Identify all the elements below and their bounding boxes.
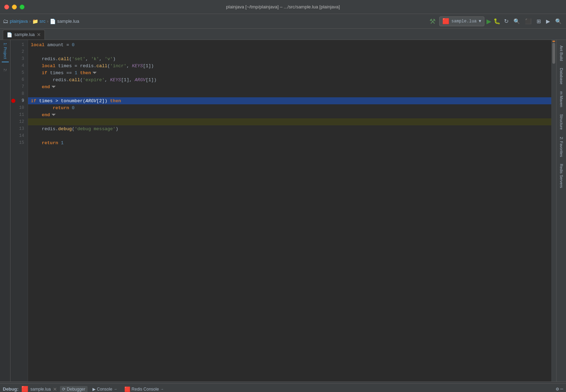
line-num-11: 11 <box>11 111 28 118</box>
sidebar-tab-structure[interactable]: Structure <box>558 111 565 133</box>
debug-label: Debug: <box>3 386 19 392</box>
breadcrumb-src[interactable]: src <box>40 19 46 24</box>
code-line-13: redis.debug('debug message') <box>28 125 551 132</box>
code-line-11: end <box>28 111 551 118</box>
redis-console-tab[interactable]: 🟥 Redis Console → <box>122 386 166 392</box>
main-layout: 1: Project 2: 1 2 3 4 5 6 7 8 9 10 11 <box>0 40 566 382</box>
debug-settings-icon[interactable]: ⚙ <box>556 386 559 392</box>
debugger-tab[interactable]: ⟳ Debugger <box>60 386 88 392</box>
editor-scrollbar[interactable] <box>551 40 556 382</box>
reload-button[interactable]: ↻ <box>503 17 510 25</box>
traffic-lights <box>4 5 25 9</box>
line-num-2: 2 <box>11 48 28 55</box>
debug-panel: Debug: 🟥 sample.lua ✕ ⟳ Debugger ▶ Conso… <box>0 384 566 392</box>
code-line-12 <box>28 118 551 125</box>
console-tab-arrow: → <box>114 387 117 391</box>
code-line-4: local times = redis.call('incr', KEYS[1]… <box>28 62 551 69</box>
code-content[interactable]: local amount = 0 redis.call('set', 'k', … <box>28 40 551 382</box>
scrollbar-error-marker <box>552 41 555 42</box>
run-config-arrow-icon: ▼ <box>479 19 481 24</box>
line-num-6: 6 <box>11 76 28 83</box>
coverage-button[interactable]: 🔍 <box>512 18 522 25</box>
back-button[interactable]: ⚒ <box>428 16 437 26</box>
line-num-12: 12 <box>11 118 28 125</box>
debug-minimize-icon[interactable]: — <box>560 386 563 392</box>
line-num-8: 8 <box>11 90 28 97</box>
line-num-14: 14 <box>11 132 28 139</box>
line-numbers: 1 2 3 4 5 6 7 8 9 10 11 12 13 14 15 <box>11 40 28 382</box>
code-line-2 <box>28 48 551 55</box>
console-tab-label: Console <box>97 387 112 392</box>
breadcrumb-project[interactable]: plainjava <box>10 19 28 24</box>
window-title: plainjava [~/tmp/plainjava] – .../src/sa… <box>226 4 340 9</box>
run-button[interactable]: ▶ <box>486 18 491 25</box>
editor-container: 1 2 3 4 5 6 7 8 9 10 11 12 13 14 15 <box>11 40 566 382</box>
run-config-selector[interactable]: 🟥 sample.lua ▼ <box>439 16 484 26</box>
code-line-7: end <box>28 83 551 90</box>
left-panel: 1: Project 2: <box>0 40 11 382</box>
build-button[interactable]: ▶ <box>545 18 552 25</box>
search-button[interactable]: 🔍 <box>554 18 563 25</box>
project-panel-tab[interactable]: 1: Project <box>2 41 9 60</box>
line-num-9: 9 <box>11 97 28 104</box>
breadcrumb-file: sample.lua <box>57 19 79 24</box>
tab-bar: 📄 sample.lua ✕ <box>0 29 566 40</box>
split-button[interactable]: ⊞ <box>535 18 543 25</box>
tab-sample-lua[interactable]: 📄 sample.lua ✕ <box>3 30 45 40</box>
code-line-15: return 1 <box>28 139 551 146</box>
structure-panel-tab[interactable]: 2: <box>2 67 9 73</box>
console-tab[interactable]: ▶ Console → <box>90 386 119 392</box>
redis-console-tab-label: Redis Console <box>132 387 159 392</box>
debug-button[interactable]: 🐛 <box>493 18 501 24</box>
minimize-button[interactable] <box>12 5 17 9</box>
code-line-8 <box>28 90 551 97</box>
debugger-tab-icon: ⟳ <box>62 387 65 392</box>
debug-session: 🟥 sample.lua ✕ <box>21 386 57 392</box>
sidebar-tab-redis[interactable]: Redis Servers <box>558 161 565 191</box>
debug-tabs-right: ⚙ — <box>556 386 563 392</box>
debug-session-name: sample.lua <box>30 387 51 392</box>
line-num-10: 10 <box>11 104 28 111</box>
run-config-label: sample.lua <box>451 19 477 24</box>
line-num-15: 15 <box>11 139 28 146</box>
line-num-1: 1 <box>11 41 28 48</box>
code-line-5: if times == 1 then <box>28 69 551 76</box>
tab-close-icon[interactable]: ✕ <box>37 32 41 37</box>
debug-header: Debug: 🟥 sample.lua ✕ ⟳ Debugger ▶ Conso… <box>0 384 566 392</box>
code-line-9: if times > tonumber(ARGV[2]) then <box>28 97 551 104</box>
main-toolbar: 🗂 plainjava › 📁 src › 📄 sample.lua ⚒ 🟥 s… <box>0 14 566 29</box>
breadcrumb: 🗂 plainjava › 📁 src › 📄 sample.lua <box>3 18 79 24</box>
breakpoint-dot <box>11 99 15 103</box>
line-num-4: 4 <box>11 62 28 69</box>
line-num-13: 13 <box>11 125 28 132</box>
debugger-tab-label: Debugger <box>67 387 85 392</box>
code-line-14 <box>28 132 551 139</box>
sidebar-tab-database[interactable]: Database <box>558 65 565 87</box>
code-line-10: return 0 <box>28 104 551 111</box>
debug-session-close-button[interactable]: ✕ <box>53 386 57 392</box>
code-editor[interactable]: 1 2 3 4 5 6 7 8 9 10 11 12 13 14 15 <box>11 40 556 382</box>
right-sidebar: Ant Build Database m Maven Structure 2: … <box>556 40 566 382</box>
line-num-7: 7 <box>11 83 28 90</box>
maximize-button[interactable] <box>20 5 25 9</box>
line-num-5: 5 <box>11 69 28 76</box>
sidebar-tab-maven[interactable]: m Maven <box>558 89 565 110</box>
redis-console-tab-arrow: → <box>160 387 164 391</box>
toolbar-right: ⚒ 🟥 sample.lua ▼ ▶ 🐛 ↻ 🔍 ⬛ ⊞ ▶ 🔍 <box>428 16 563 26</box>
scrollbar-thumb[interactable] <box>552 43 555 64</box>
line-num-3: 3 <box>11 55 28 62</box>
code-line-3: redis.call('set', 'k', 'v') <box>28 55 551 62</box>
code-line-1: local amount = 0 <box>28 41 551 48</box>
sidebar-tab-favorites[interactable]: 2: Favorites <box>558 134 565 160</box>
tab-label: sample.lua <box>14 32 35 37</box>
code-line-6: redis.call('expire', KEYS[1], ARGV[1]) <box>28 76 551 83</box>
titlebar: plainjava [~/tmp/plainjava] – .../src/sa… <box>0 0 566 14</box>
close-button[interactable] <box>4 5 9 9</box>
stop-button[interactable]: ⬛ <box>524 18 533 25</box>
console-tab-icon: ▶ <box>92 387 96 392</box>
sidebar-tab-ant[interactable]: Ant Build <box>558 43 565 64</box>
